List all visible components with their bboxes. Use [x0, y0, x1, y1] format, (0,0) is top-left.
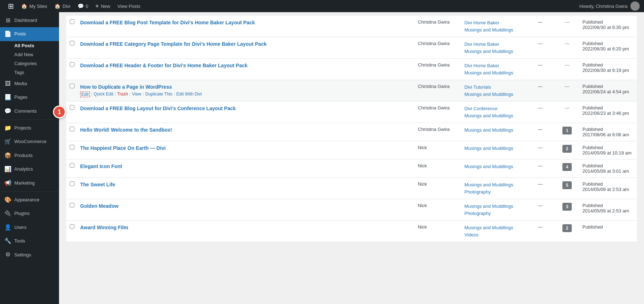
sidebar-item-products[interactable]: 📦 Products	[0, 149, 59, 162]
post-author[interactable]: Nick	[415, 199, 462, 221]
category-link[interactable]: Musings and Muddlings	[464, 26, 523, 34]
category-link[interactable]: Photography	[464, 188, 523, 196]
sidebar-item-analytics[interactable]: 📊 Analytics	[0, 162, 59, 176]
sidebar-item-media[interactable]: 🖼 Media	[0, 77, 59, 90]
post-categories: Divi Home BakerMusings and Muddlings	[462, 59, 526, 80]
post-title-link[interactable]: Hello World! Welcome to the Sandbox!	[80, 127, 412, 134]
post-author[interactable]: Nick	[415, 178, 462, 199]
sidebar-item-plugins[interactable]: 🔌 Plugins	[0, 207, 59, 220]
row-checkbox[interactable]	[70, 84, 74, 88]
post-title-link[interactable]: Download a FREE Header & Footer for Divi…	[80, 62, 412, 69]
post-comments: —	[555, 16, 580, 37]
edit-link[interactable]: Edit	[80, 92, 90, 97]
view-link[interactable]: View	[132, 92, 141, 97]
comment-count-badge[interactable]: 5	[562, 181, 572, 189]
category-link[interactable]: Musings and Muddlings	[464, 163, 523, 170]
post-author[interactable]: Christina Gwira	[415, 16, 462, 37]
post-author[interactable]: Christina Gwira	[415, 102, 462, 123]
post-comments: —	[555, 37, 580, 59]
sidebar-item-projects[interactable]: 📁 Projects	[0, 121, 59, 135]
category-link[interactable]: Divi Home Baker	[464, 62, 523, 69]
comments-menu[interactable]: 💬 0	[74, 0, 92, 12]
post-author[interactable]: Christina Gwira	[415, 123, 462, 141]
view-posts-link[interactable]: View Posts	[114, 0, 144, 12]
post-author[interactable]: Nick	[415, 160, 462, 178]
sidebar-sub-all-posts[interactable]: All Posts	[0, 41, 59, 50]
row-checkbox[interactable]	[70, 145, 74, 149]
sidebar-sub-categories[interactable]: Categories	[0, 59, 59, 68]
sidebar-item-marketing[interactable]: 📢 Marketing	[0, 176, 59, 190]
post-title-link[interactable]: The Sweet Life	[80, 181, 412, 188]
post-title-link[interactable]: Award Winning Film	[80, 224, 412, 231]
comment-count-badge[interactable]: 3	[562, 203, 572, 211]
post-title-link[interactable]: The Happiest Place On Earth — Divi	[80, 145, 412, 152]
sidebar-item-settings[interactable]: ⚙ Settings	[0, 248, 59, 261]
category-link[interactable]: Divi Conference	[464, 105, 523, 112]
sidebar-sub-add-new[interactable]: Add New	[0, 50, 59, 59]
category-link[interactable]: Musings and Muddlings	[464, 224, 523, 231]
post-comments: 4	[555, 160, 580, 178]
row-checkbox[interactable]	[70, 224, 74, 229]
category-link[interactable]: Musings and Muddlings	[464, 145, 523, 152]
sidebar-item-posts[interactable]: 📄 Posts	[0, 27, 59, 41]
row-checkbox[interactable]	[70, 62, 74, 67]
sidebar-sub-tags[interactable]: Tags	[0, 68, 59, 77]
wp-logo[interactable]: ⊞	[4, 0, 18, 12]
duplicate-link[interactable]: Duplicate This	[145, 92, 172, 97]
row-checkbox[interactable]	[70, 41, 74, 45]
category-link[interactable]: Divi Home Baker	[464, 19, 523, 26]
post-title-link[interactable]: Elegant Icon Font	[80, 163, 412, 170]
post-title-link[interactable]: Download a FREE Blog Layout for Divi's C…	[80, 105, 412, 112]
trash-link[interactable]: Trash	[117, 92, 128, 97]
post-title-link[interactable]: How to Duplicate a Page in WordPress	[80, 84, 412, 91]
my-sites-menu[interactable]: 🏠 My Sites	[18, 0, 51, 12]
comment-count-badge[interactable]: 2	[562, 145, 572, 153]
sidebar-item-users[interactable]: 👤 Users	[0, 221, 59, 234]
post-author[interactable]: Nick	[415, 141, 462, 160]
category-link[interactable]: Divi Home Baker	[464, 41, 523, 48]
category-link[interactable]: Musings and Muddlings	[464, 203, 523, 210]
sidebar-item-pages[interactable]: 📃 Pages	[0, 90, 59, 104]
post-title-link[interactable]: Download a FREE Category Page Template f…	[80, 41, 412, 48]
category-link[interactable]: Musings and Muddlings	[464, 69, 523, 77]
row-checkbox[interactable]	[70, 203, 74, 207]
site-name-menu[interactable]: 🏠 Divi	[51, 0, 74, 12]
post-author[interactable]: Christina Gwira	[415, 37, 462, 59]
post-title-link[interactable]: Download a FREE Blog Post Template for D…	[80, 19, 412, 26]
sidebar-item-appearance[interactable]: 🎨 Appearance	[0, 193, 59, 207]
category-link[interactable]: Photography	[464, 210, 523, 217]
category-link[interactable]: Musings and Muddlings	[464, 91, 523, 98]
edit-with-divi-link[interactable]: Edit With Divi	[176, 92, 202, 97]
comment-count-badge[interactable]: 2	[562, 224, 572, 232]
row-checkbox[interactable]	[70, 127, 74, 131]
sidebar-item-dashboard[interactable]: ⊞ Dashboard	[0, 14, 59, 27]
post-categories: Divi Home BakerMusings and Muddlings	[462, 37, 526, 59]
plugins-icon: 🔌	[4, 210, 11, 217]
post-date: Published2014/05/09 at 3:01 am	[580, 160, 637, 178]
sidebar-item-tools[interactable]: 🔧 Tools	[0, 234, 59, 248]
table-row: Award Winning FilmNickMusings and Muddli…	[66, 221, 637, 242]
new-content-menu[interactable]: + New	[92, 0, 114, 12]
comment-count-badge[interactable]: 4	[562, 163, 572, 171]
post-author[interactable]: Christina Gwira	[415, 59, 462, 80]
category-link[interactable]: Divi Tutorials	[464, 84, 523, 91]
row-checkbox[interactable]	[70, 19, 74, 24]
quick-edit-link[interactable]: Quick Edit	[94, 92, 113, 97]
category-link[interactable]: Musings and Muddlings	[464, 48, 523, 55]
row-checkbox[interactable]	[70, 105, 74, 110]
sidebar-item-woocommerce[interactable]: 🛒 WooCommerce	[0, 135, 59, 148]
user-info: Howdy, Christina Gwira	[579, 1, 640, 11]
row-checkbox[interactable]	[70, 181, 74, 186]
category-link[interactable]: Musings and Muddlings	[464, 127, 523, 134]
category-link[interactable]: Videos	[464, 231, 523, 239]
sidebar-item-comments[interactable]: 💬 Comments	[0, 104, 59, 118]
category-link[interactable]: Musings and Muddlings	[464, 181, 523, 188]
comment-count-badge[interactable]: 1	[562, 127, 572, 134]
post-categories: Musings and Muddlings	[462, 123, 526, 141]
post-title-link[interactable]: Golden Meadow	[80, 203, 412, 210]
row-checkbox[interactable]	[70, 163, 74, 168]
category-link[interactable]: Musings and Muddlings	[464, 112, 523, 119]
post-author[interactable]: Christina Gwira	[415, 80, 462, 102]
post-date: Published2017/08/06 at 6:06 am	[580, 123, 637, 141]
post-author[interactable]: Nick	[415, 221, 462, 242]
